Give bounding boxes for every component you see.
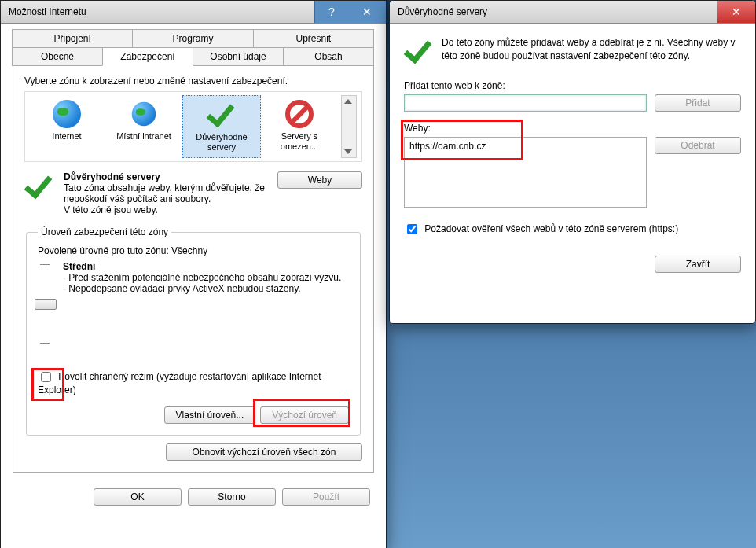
level-desc-line1: - Před stažením potenciálně nebezpečného… bbox=[63, 272, 341, 283]
zones-listbox[interactable]: Internet Místní intranet Důvěryhodné ser… bbox=[24, 91, 362, 162]
sites-button[interactable]: Weby bbox=[277, 171, 362, 189]
allowed-levels-text: Povolené úrovně pro tuto zónu: Všechny bbox=[38, 245, 349, 256]
intro-text: Do této zóny můžete přidávat weby a odeb… bbox=[442, 36, 741, 63]
require-https-label[interactable]: Požadovat ověření všech webů v této zóně… bbox=[404, 223, 678, 234]
tab-privacy[interactable]: Osobní údaje bbox=[193, 47, 284, 66]
titlebar-trusted-sites[interactable]: Důvěryhodné servery ✕ bbox=[390, 1, 755, 24]
security-level-group: Úroveň zabezpečení této zóny Povolené úr… bbox=[26, 226, 361, 436]
zone-prompt: Vyberte zónu k zobrazení nebo změně nast… bbox=[24, 75, 362, 86]
trusted-desc-line1: Tato zóna obsahuje weby, kterým důvěřuje… bbox=[64, 182, 265, 204]
reset-all-zones-button[interactable]: Obnovit výchozí úroveň všech zón bbox=[166, 443, 362, 461]
security-tab-body: Vyberte zónu k zobrazení nebo změně nast… bbox=[13, 65, 374, 473]
ok-button[interactable]: OK bbox=[94, 488, 182, 506]
require-https-checkbox[interactable] bbox=[407, 224, 417, 234]
sites-label: Weby: bbox=[404, 123, 741, 134]
level-desc-line2: - Nepodepsané ovládací prvky ActiveX neb… bbox=[63, 283, 301, 294]
internet-options-dialog: Možnosti Internetu ? ✕ Připojení Program… bbox=[0, 0, 387, 548]
add-site-button[interactable]: Přidat bbox=[655, 94, 741, 112]
zone-local-intranet[interactable]: Místní intranet bbox=[105, 95, 182, 158]
close-button[interactable]: ✕ bbox=[348, 1, 386, 23]
tab-programs[interactable]: Programy bbox=[132, 29, 253, 48]
tab-content[interactable]: Obsah bbox=[283, 47, 374, 66]
apply-button[interactable]: Použít bbox=[282, 488, 370, 506]
sites-listbox[interactable]: https://oam.cnb.cz bbox=[404, 137, 647, 208]
help-button[interactable]: ? bbox=[314, 1, 348, 23]
trusted-title: Důvěryhodné servery bbox=[64, 171, 160, 182]
prohibit-icon bbox=[264, 100, 335, 128]
trusted-sites-dialog: Důvěryhodné servery ✕ Do této zóny můžet… bbox=[389, 0, 756, 324]
zone-internet[interactable]: Internet bbox=[28, 95, 105, 158]
tab-advanced[interactable]: Upřesnit bbox=[253, 29, 374, 48]
tab-security[interactable]: Zabezpečení bbox=[102, 47, 193, 66]
globe-icon bbox=[31, 100, 102, 128]
default-level-button[interactable]: Výchozí úroveň bbox=[260, 406, 349, 424]
globe-monitor-icon bbox=[108, 100, 179, 128]
titlebar-internet-options[interactable]: Možnosti Internetu ? ✕ bbox=[1, 1, 386, 24]
site-entry[interactable]: https://oam.cnb.cz bbox=[409, 141, 641, 152]
checkmark-icon bbox=[24, 171, 54, 201]
zone-trusted-sites[interactable]: Důvěryhodné servery bbox=[182, 95, 261, 158]
close-dialog-button[interactable]: Zavřít bbox=[655, 256, 741, 273]
dialog-title: Důvěryhodné servery bbox=[398, 6, 487, 17]
remove-site-button[interactable]: Odebrat bbox=[655, 137, 741, 154]
close-button[interactable]: ✕ bbox=[717, 1, 755, 23]
tab-connections[interactable]: Připojení bbox=[12, 29, 133, 48]
add-site-input[interactable] bbox=[404, 94, 647, 112]
protected-mode-checkbox[interactable] bbox=[41, 372, 51, 382]
protected-mode-label[interactable]: Povolit chráněný režim (vyžaduje restart… bbox=[38, 371, 321, 395]
security-level-slider[interactable] bbox=[38, 261, 52, 348]
dialog-title: Možnosti Internetu bbox=[9, 6, 86, 17]
zones-scrollbar[interactable] bbox=[341, 95, 357, 158]
custom-level-button[interactable]: Vlastní úroveň... bbox=[164, 406, 256, 424]
add-site-label: Přidat tento web k zóně: bbox=[404, 80, 741, 91]
level-name: Střední bbox=[63, 261, 95, 272]
trusted-desc-line2: V této zóně jsou weby. bbox=[64, 204, 158, 215]
checkmark-icon bbox=[404, 36, 434, 66]
checkmark-icon bbox=[186, 101, 257, 129]
tab-general[interactable]: Obecné bbox=[12, 47, 103, 66]
cancel-button[interactable]: Storno bbox=[188, 488, 276, 506]
zone-restricted-sites[interactable]: Servery s omezen... bbox=[261, 95, 338, 158]
security-level-legend: Úroveň zabezpečení této zóny bbox=[38, 226, 171, 237]
